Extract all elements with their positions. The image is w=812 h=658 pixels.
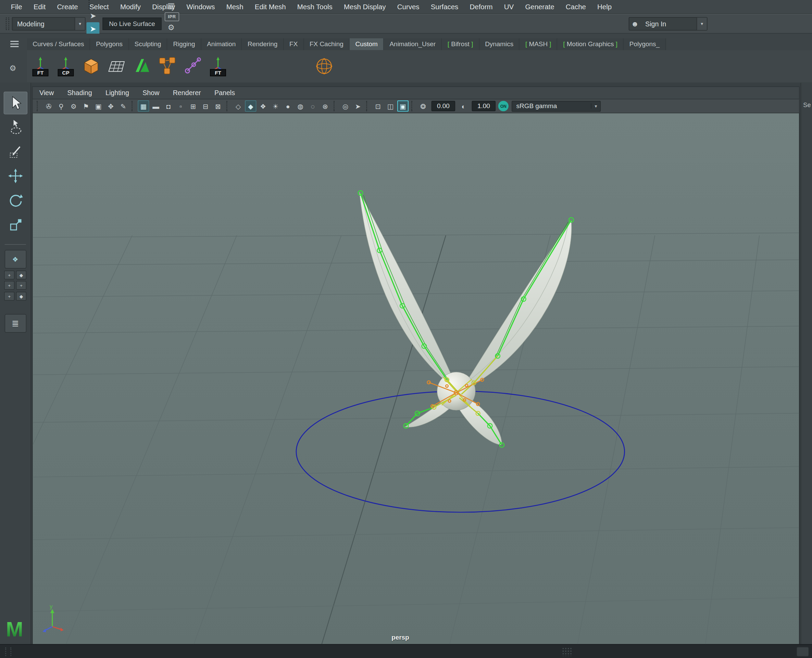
menu-deform[interactable]: Deform bbox=[464, 0, 498, 14]
ipr-render-button[interactable]: IPR bbox=[165, 12, 179, 21]
shelf-item-ft-axis[interactable]: FT bbox=[30, 56, 51, 76]
use-all-lights-button[interactable]: ☀ bbox=[270, 100, 281, 111]
view-transform-dropdown[interactable]: sRGB gamma bbox=[512, 100, 601, 111]
panel-menu-show[interactable]: Show bbox=[136, 89, 166, 97]
shelf-gear-icon[interactable]: ⚙ bbox=[9, 64, 16, 73]
shelf-tab-motion-graphics[interactable]: Motion Graphics bbox=[558, 38, 624, 50]
panel-menu-shading[interactable]: Shading bbox=[61, 89, 99, 97]
layout-cell-button[interactable]: ◆ bbox=[16, 271, 27, 280]
menu-edit[interactable]: Edit bbox=[28, 0, 51, 14]
viewport-3d[interactable]: y persp bbox=[32, 113, 799, 645]
select-camera-button[interactable]: ✇ bbox=[43, 100, 55, 111]
menu-generate[interactable]: Generate bbox=[520, 0, 560, 14]
menu-cache[interactable]: Cache bbox=[560, 0, 591, 14]
colorspace-enabled-badge[interactable]: ON bbox=[498, 101, 509, 111]
menu-curves[interactable]: Curves bbox=[391, 0, 425, 14]
panel-menu-lighting[interactable]: Lighting bbox=[99, 89, 136, 97]
bookmarks-button[interactable]: ⚑ bbox=[80, 100, 91, 111]
field-chart-button[interactable]: ⊞ bbox=[187, 100, 199, 111]
smooth-shade-button[interactable]: ◆ bbox=[245, 100, 256, 111]
shelf-item-plane[interactable] bbox=[106, 56, 127, 76]
xray-button[interactable]: ◎ bbox=[340, 100, 351, 111]
shelf-tab-dynamics[interactable]: Dynamics bbox=[479, 38, 520, 50]
shelf-tab-polygons-partial[interactable]: Polygons_ bbox=[624, 38, 666, 50]
shelf-item-wire-sphere[interactable] bbox=[314, 56, 334, 76]
select-object-mode-button[interactable]: ➤ bbox=[86, 22, 100, 35]
film-gate-button[interactable]: ▬ bbox=[150, 100, 162, 111]
live-surface-field[interactable]: No Live Surface bbox=[102, 17, 161, 30]
layout-cell-button[interactable]: ◆ bbox=[16, 292, 27, 301]
shelf-tab-polygons[interactable]: Polygons bbox=[90, 38, 129, 50]
hardware-renderer-button[interactable]: ▣ bbox=[397, 100, 408, 111]
menu-create[interactable]: Create bbox=[51, 0, 84, 14]
pan-zoom-2d-button[interactable]: ✥ bbox=[105, 100, 116, 111]
menu-uv[interactable]: UV bbox=[498, 0, 520, 14]
move-tool-button[interactable] bbox=[3, 164, 27, 188]
shelf-item-cube[interactable] bbox=[81, 56, 101, 76]
menu-windows[interactable]: Windows bbox=[181, 0, 221, 14]
shelf-tab-curves-surfaces[interactable]: Curves / Surfaces bbox=[27, 38, 90, 50]
layout-cell-button[interactable]: + bbox=[4, 292, 14, 301]
bottom-dock-grip[interactable] bbox=[562, 647, 572, 656]
gamma-field[interactable]: 1.00 bbox=[472, 101, 496, 111]
resolution-gate-button[interactable]: ◘ bbox=[163, 100, 174, 111]
menu-file[interactable]: File bbox=[5, 0, 28, 14]
shelf-item-mash[interactable] bbox=[132, 56, 152, 76]
shelf-item-node-network[interactable] bbox=[157, 56, 177, 76]
panel-menu-renderer[interactable]: Renderer bbox=[166, 89, 207, 97]
right-sidebar-collapsed[interactable]: Se bbox=[801, 83, 812, 644]
two-pane-button[interactable]: ◫ bbox=[385, 100, 396, 111]
textured-display-button[interactable]: ❖ bbox=[258, 100, 269, 111]
rotate-tool-button[interactable] bbox=[3, 189, 27, 212]
motion-blur-button[interactable]: ◌ bbox=[307, 100, 319, 111]
lock-camera-button[interactable]: ⚲ bbox=[55, 100, 67, 111]
gate-mask-button[interactable]: ▫ bbox=[175, 100, 186, 111]
shelf-tab-animation[interactable]: Animation bbox=[201, 38, 242, 50]
exposure-icon[interactable]: ❂ bbox=[418, 100, 429, 111]
render-current-frame-button[interactable]: ▥ bbox=[165, 0, 178, 12]
multisample-button[interactable]: ⊛ bbox=[319, 100, 331, 111]
layout-single-pane-button[interactable]: ❖ bbox=[5, 250, 27, 268]
shelf-item-ft-axis-2[interactable]: FT bbox=[207, 56, 228, 76]
outliner-toggle-button[interactable]: ≣ bbox=[5, 314, 27, 332]
layout-cell-button[interactable]: + bbox=[16, 281, 27, 290]
shelf-tab-sculpting[interactable]: Sculpting bbox=[129, 38, 168, 50]
layout-cell-button[interactable]: + bbox=[4, 281, 14, 290]
scale-tool-button[interactable] bbox=[3, 213, 27, 236]
shadows-button[interactable]: ● bbox=[282, 100, 294, 111]
menu-surfaces[interactable]: Surfaces bbox=[425, 0, 464, 14]
isolate-select-button[interactable]: ➤ bbox=[352, 100, 363, 111]
camera-attributes-button[interactable]: ⚙ bbox=[68, 100, 79, 111]
grease-pencil-button[interactable]: ✎ bbox=[118, 100, 129, 111]
occlusion-button[interactable]: ◍ bbox=[295, 100, 306, 111]
menu-mesh-display[interactable]: Mesh Display bbox=[338, 0, 391, 14]
image-plane-button[interactable]: ▣ bbox=[93, 100, 104, 111]
layout-cell-button[interactable]: + bbox=[4, 271, 14, 280]
shelf-item-joint-tool[interactable] bbox=[182, 56, 203, 76]
shelf-tab-bifrost[interactable]: Bifrost bbox=[442, 38, 479, 50]
contrast-icon[interactable]: ◐ bbox=[458, 100, 469, 111]
toolbar-grip[interactable] bbox=[6, 17, 9, 30]
shelf-tab-fx-caching[interactable]: FX Caching bbox=[304, 38, 350, 50]
shelf-item-cp-axis[interactable]: CP bbox=[55, 56, 76, 76]
single-pane-button[interactable]: ⊡ bbox=[372, 100, 383, 111]
render-settings-button[interactable]: ⚙ bbox=[165, 21, 178, 34]
select-tool-button[interactable] bbox=[3, 92, 27, 114]
safe-action-button[interactable]: ⊟ bbox=[200, 100, 211, 111]
paint-select-tool-button[interactable] bbox=[3, 140, 27, 163]
shelf-tab-mash[interactable]: MASH bbox=[520, 38, 557, 50]
wireframe-display-button[interactable]: ◇ bbox=[232, 100, 244, 111]
shelf-menu-icon[interactable] bbox=[10, 41, 19, 47]
exposure-field[interactable]: 0.00 bbox=[432, 101, 455, 111]
menu-modify[interactable]: Modify bbox=[115, 0, 146, 14]
lasso-tool-button[interactable] bbox=[3, 116, 27, 139]
safe-title-button[interactable]: ⊠ bbox=[212, 100, 224, 111]
grid-toggle-button[interactable]: ▦ bbox=[138, 100, 149, 111]
menu-mesh-tools[interactable]: Mesh Tools bbox=[291, 0, 338, 14]
shelf-tab-rigging[interactable]: Rigging bbox=[168, 38, 201, 50]
menu-edit-mesh[interactable]: Edit Mesh bbox=[249, 0, 291, 14]
menu-mesh[interactable]: Mesh bbox=[221, 0, 249, 14]
bottom-grip[interactable] bbox=[5, 647, 11, 656]
shelf-tab-animation-user[interactable]: Animation_User bbox=[384, 38, 442, 50]
menu-help[interactable]: Help bbox=[591, 0, 617, 14]
